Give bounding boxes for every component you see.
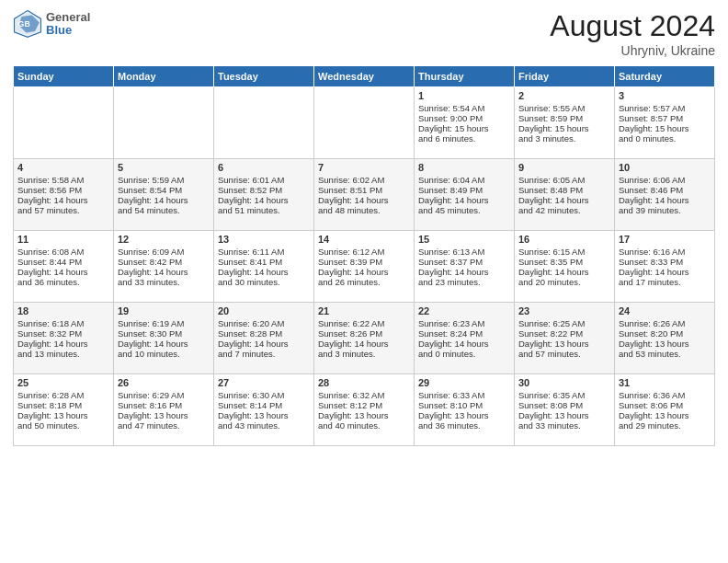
day-info: Sunrise: 6:29 AM <box>118 390 210 400</box>
day-info: Daylight: 14 hours <box>418 195 510 205</box>
calendar-cell: 21Sunrise: 6:22 AMSunset: 8:26 PMDayligh… <box>314 303 415 374</box>
day-info: Sunrise: 6:01 AM <box>218 175 310 185</box>
day-info: Daylight: 13 hours <box>218 410 310 420</box>
day-info: Sunrise: 6:19 AM <box>118 318 210 328</box>
day-number: 9 <box>518 162 610 173</box>
day-info: Sunset: 8:08 PM <box>518 400 610 410</box>
day-info: and 17 minutes. <box>619 277 711 287</box>
day-number: 8 <box>418 162 510 173</box>
day-number: 1 <box>418 90 510 101</box>
day-info: Sunrise: 6:26 AM <box>619 318 711 328</box>
day-info: Sunset: 8:41 PM <box>218 257 310 267</box>
day-info: Sunrise: 6:36 AM <box>619 390 711 400</box>
day-info: Sunrise: 6:08 AM <box>17 247 109 257</box>
day-info: and 33 minutes. <box>518 420 610 431</box>
calendar-week-row: 4Sunrise: 5:58 AMSunset: 8:56 PMDaylight… <box>14 159 715 231</box>
day-number: 14 <box>318 234 410 245</box>
day-info: Sunrise: 6:15 AM <box>518 247 610 257</box>
day-info: Sunset: 8:14 PM <box>218 400 310 410</box>
day-info: and 45 minutes. <box>418 205 510 215</box>
day-info: Sunrise: 6:02 AM <box>318 175 410 185</box>
calendar-cell <box>114 87 214 159</box>
day-info: Sunset: 8:28 PM <box>218 328 310 339</box>
calendar-cell: 3Sunrise: 5:57 AMSunset: 8:57 PMDaylight… <box>615 87 715 159</box>
day-info: Sunset: 8:18 PM <box>17 400 109 410</box>
col-saturday: Saturday <box>615 66 715 87</box>
calendar-week-row: 25Sunrise: 6:28 AMSunset: 8:18 PMDayligh… <box>14 374 715 446</box>
day-number: 19 <box>118 305 210 316</box>
calendar-week-row: 18Sunrise: 6:18 AMSunset: 8:32 PMDayligh… <box>14 303 715 374</box>
day-info: Daylight: 13 hours <box>318 410 410 420</box>
day-number: 7 <box>318 162 410 173</box>
day-number: 2 <box>518 90 610 101</box>
page: GB General Blue August 2024 Uhryniv, Ukr… <box>0 0 728 563</box>
col-sunday: Sunday <box>14 66 114 87</box>
day-info: and 48 minutes. <box>318 205 410 215</box>
day-info: Daylight: 14 hours <box>318 267 410 277</box>
calendar-cell: 1Sunrise: 5:54 AMSunset: 9:00 PMDaylight… <box>415 87 515 159</box>
logo: GB General Blue <box>13 9 90 39</box>
calendar-cell: 15Sunrise: 6:13 AMSunset: 8:37 PMDayligh… <box>415 231 515 303</box>
day-info: Sunrise: 6:09 AM <box>118 247 210 257</box>
day-info: and 20 minutes. <box>518 277 610 287</box>
day-info: Daylight: 14 hours <box>619 267 711 277</box>
day-info: Daylight: 14 hours <box>518 267 610 277</box>
day-info: Sunrise: 6:33 AM <box>418 390 510 400</box>
day-info: Sunset: 8:46 PM <box>619 185 711 195</box>
day-info: Sunrise: 6:20 AM <box>218 318 310 328</box>
calendar-header-row: Sunday Monday Tuesday Wednesday Thursday… <box>14 66 715 87</box>
day-number: 31 <box>619 377 711 388</box>
day-info: Daylight: 13 hours <box>619 339 711 349</box>
calendar-cell: 4Sunrise: 5:58 AMSunset: 8:56 PMDaylight… <box>14 159 114 231</box>
calendar-week-row: 1Sunrise: 5:54 AMSunset: 9:00 PMDaylight… <box>14 87 715 159</box>
day-number: 4 <box>17 162 109 173</box>
day-info: Sunset: 8:57 PM <box>619 113 711 123</box>
day-number: 30 <box>518 377 610 388</box>
day-info: Sunset: 8:59 PM <box>518 113 610 123</box>
day-info: Daylight: 15 hours <box>619 123 711 133</box>
logo-text: General Blue <box>46 11 90 38</box>
day-info: and 0 minutes. <box>619 133 711 144</box>
day-info: Sunrise: 6:12 AM <box>318 247 410 257</box>
day-info: Sunset: 8:10 PM <box>418 400 510 410</box>
day-info: Sunset: 8:52 PM <box>218 185 310 195</box>
calendar-cell: 24Sunrise: 6:26 AMSunset: 8:20 PMDayligh… <box>615 303 715 374</box>
header: GB General Blue August 2024 Uhryniv, Ukr… <box>13 9 715 58</box>
calendar-cell: 9Sunrise: 6:05 AMSunset: 8:48 PMDaylight… <box>515 159 615 231</box>
day-number: 15 <box>418 234 510 245</box>
day-info: Sunset: 8:12 PM <box>318 400 410 410</box>
calendar-cell: 16Sunrise: 6:15 AMSunset: 8:35 PMDayligh… <box>515 231 615 303</box>
day-number: 23 <box>518 305 610 316</box>
day-info: Sunset: 9:00 PM <box>418 113 510 123</box>
calendar-cell: 10Sunrise: 6:06 AMSunset: 8:46 PMDayligh… <box>615 159 715 231</box>
day-info: Daylight: 14 hours <box>218 267 310 277</box>
day-info: Sunset: 8:54 PM <box>118 185 210 195</box>
day-info: Daylight: 14 hours <box>418 339 510 349</box>
day-info: Daylight: 14 hours <box>17 267 109 277</box>
day-info: Sunset: 8:26 PM <box>318 328 410 339</box>
day-number: 26 <box>118 377 210 388</box>
logo-blue: Blue <box>46 24 90 37</box>
calendar-cell <box>214 87 314 159</box>
day-info: Daylight: 14 hours <box>218 339 310 349</box>
calendar-cell: 11Sunrise: 6:08 AMSunset: 8:44 PMDayligh… <box>14 231 114 303</box>
calendar-cell: 31Sunrise: 6:36 AMSunset: 8:06 PMDayligh… <box>615 374 715 446</box>
day-info: Sunrise: 6:35 AM <box>518 390 610 400</box>
calendar-cell: 19Sunrise: 6:19 AMSunset: 8:30 PMDayligh… <box>114 303 214 374</box>
day-info: Sunset: 8:39 PM <box>318 257 410 267</box>
day-number: 10 <box>619 162 711 173</box>
calendar-cell: 28Sunrise: 6:32 AMSunset: 8:12 PMDayligh… <box>314 374 415 446</box>
day-info: and 23 minutes. <box>418 277 510 287</box>
day-number: 6 <box>218 162 310 173</box>
calendar-week-row: 11Sunrise: 6:08 AMSunset: 8:44 PMDayligh… <box>14 231 715 303</box>
day-info: and 57 minutes. <box>518 349 610 359</box>
day-number: 28 <box>318 377 410 388</box>
day-info: Sunset: 8:49 PM <box>418 185 510 195</box>
day-info: and 36 minutes. <box>418 420 510 431</box>
day-info: and 39 minutes. <box>619 205 711 215</box>
day-info: Sunrise: 5:59 AM <box>118 175 210 185</box>
day-info: Daylight: 15 hours <box>418 123 510 133</box>
day-info: Daylight: 14 hours <box>17 339 109 349</box>
day-info: Sunrise: 6:23 AM <box>418 318 510 328</box>
calendar-cell: 7Sunrise: 6:02 AMSunset: 8:51 PMDaylight… <box>314 159 415 231</box>
